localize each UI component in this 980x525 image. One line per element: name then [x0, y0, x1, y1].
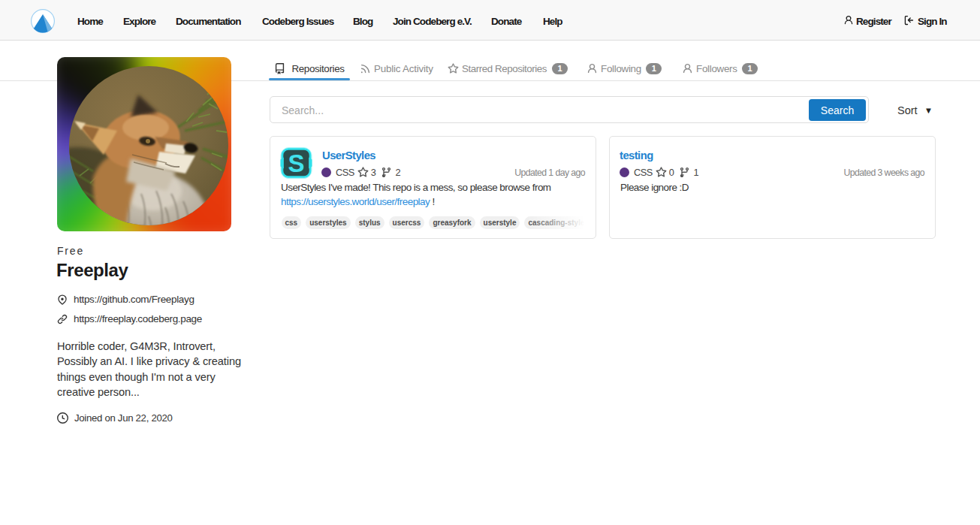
svg-text:S: S: [288, 149, 304, 177]
